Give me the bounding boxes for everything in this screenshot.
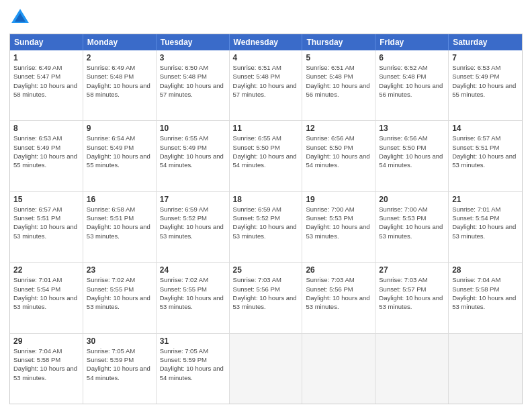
day-info: Sunrise: 7:01 AMSunset: 5:54 PMDaylight:… <box>452 205 519 240</box>
day-info: Sunrise: 6:57 AMSunset: 5:51 PMDaylight:… <box>452 134 519 169</box>
day-info: Sunrise: 6:56 AMSunset: 5:50 PMDaylight:… <box>379 134 445 169</box>
day-number: 20 <box>379 195 445 204</box>
day-number: 4 <box>233 53 299 62</box>
day-info: Sunrise: 6:55 AMSunset: 5:50 PMDaylight:… <box>233 134 299 169</box>
page: SundayMondayTuesdayWednesdayThursdayFrid… <box>0 0 532 411</box>
calendar-cell <box>302 334 375 404</box>
header-day: Friday <box>375 34 449 50</box>
day-number: 12 <box>306 124 371 133</box>
day-info: Sunrise: 7:02 AMSunset: 5:55 PMDaylight:… <box>87 275 152 311</box>
calendar-cell: 20Sunrise: 7:00 AMSunset: 5:53 PMDayligh… <box>375 192 449 262</box>
header-day: Saturday <box>449 34 522 50</box>
header-day: Thursday <box>302 34 375 50</box>
day-number: 1 <box>13 53 79 62</box>
day-number: 6 <box>379 53 445 62</box>
day-info: Sunrise: 6:57 AMSunset: 5:51 PMDaylight:… <box>13 205 79 240</box>
calendar-row: 8Sunrise: 6:53 AMSunset: 5:49 PMDaylight… <box>10 120 522 191</box>
calendar-cell: 26Sunrise: 7:03 AMSunset: 5:56 PMDayligh… <box>302 263 375 332</box>
day-info: Sunrise: 6:53 AMSunset: 5:49 PMDaylight:… <box>13 134 79 169</box>
day-info: Sunrise: 6:58 AMSunset: 5:51 PMDaylight:… <box>87 205 152 240</box>
calendar-cell: 30Sunrise: 7:05 AMSunset: 5:59 PMDayligh… <box>83 334 157 404</box>
calendar-cell: 1Sunrise: 6:49 AMSunset: 5:47 PMDaylight… <box>10 50 83 120</box>
day-info: Sunrise: 6:49 AMSunset: 5:47 PMDaylight:… <box>13 63 79 99</box>
calendar-cell: 2Sunrise: 6:49 AMSunset: 5:48 PMDaylight… <box>83 50 157 120</box>
day-info: Sunrise: 7:00 AMSunset: 5:53 PMDaylight:… <box>306 205 371 240</box>
logo <box>9 7 34 28</box>
day-number: 31 <box>160 336 226 346</box>
day-info: Sunrise: 6:52 AMSunset: 5:48 PMDaylight:… <box>379 63 445 99</box>
calendar-cell: 10Sunrise: 6:55 AMSunset: 5:49 PMDayligh… <box>157 121 230 191</box>
calendar-cell: 12Sunrise: 6:56 AMSunset: 5:50 PMDayligh… <box>302 121 375 191</box>
header <box>9 7 523 28</box>
day-info: Sunrise: 6:59 AMSunset: 5:52 PMDaylight:… <box>233 205 299 240</box>
day-number: 9 <box>87 124 152 133</box>
calendar-cell: 8Sunrise: 6:53 AMSunset: 5:49 PMDaylight… <box>10 121 83 191</box>
calendar-cell: 23Sunrise: 7:02 AMSunset: 5:55 PMDayligh… <box>83 263 157 332</box>
calendar-body: 1Sunrise: 6:49 AMSunset: 5:47 PMDaylight… <box>10 50 522 404</box>
calendar-cell: 29Sunrise: 7:04 AMSunset: 5:58 PMDayligh… <box>10 334 83 404</box>
day-info: Sunrise: 7:04 AMSunset: 5:58 PMDaylight:… <box>13 347 79 382</box>
calendar-cell: 4Sunrise: 6:51 AMSunset: 5:48 PMDaylight… <box>230 50 303 120</box>
day-info: Sunrise: 6:54 AMSunset: 5:49 PMDaylight:… <box>87 134 152 169</box>
day-number: 7 <box>452 53 519 62</box>
day-number: 29 <box>13 336 79 346</box>
day-number: 17 <box>160 195 226 204</box>
day-info: Sunrise: 6:59 AMSunset: 5:52 PMDaylight:… <box>160 205 226 240</box>
day-number: 5 <box>306 53 371 62</box>
calendar-cell <box>375 334 449 404</box>
calendar-row: 15Sunrise: 6:57 AMSunset: 5:51 PMDayligh… <box>10 191 522 262</box>
calendar-row: 29Sunrise: 7:04 AMSunset: 5:58 PMDayligh… <box>10 333 522 404</box>
day-info: Sunrise: 7:03 AMSunset: 5:57 PMDaylight:… <box>379 275 445 311</box>
calendar-cell: 22Sunrise: 7:01 AMSunset: 5:54 PMDayligh… <box>10 263 83 332</box>
header-day: Monday <box>83 34 157 50</box>
day-number: 16 <box>87 195 152 204</box>
day-number: 3 <box>160 53 226 62</box>
day-number: 30 <box>87 336 152 346</box>
day-number: 19 <box>306 195 371 204</box>
calendar-cell: 17Sunrise: 6:59 AMSunset: 5:52 PMDayligh… <box>157 192 230 262</box>
calendar-cell: 9Sunrise: 6:54 AMSunset: 5:49 PMDaylight… <box>83 121 157 191</box>
calendar-cell: 15Sunrise: 6:57 AMSunset: 5:51 PMDayligh… <box>10 192 83 262</box>
calendar-cell: 16Sunrise: 6:58 AMSunset: 5:51 PMDayligh… <box>83 192 157 262</box>
calendar-cell: 27Sunrise: 7:03 AMSunset: 5:57 PMDayligh… <box>375 263 449 332</box>
day-number: 28 <box>452 265 519 275</box>
day-number: 11 <box>233 124 299 133</box>
day-info: Sunrise: 6:55 AMSunset: 5:49 PMDaylight:… <box>160 134 226 169</box>
calendar-cell <box>230 334 303 404</box>
calendar-row: 22Sunrise: 7:01 AMSunset: 5:54 PMDayligh… <box>10 262 522 332</box>
day-number: 13 <box>379 124 445 133</box>
day-info: Sunrise: 6:49 AMSunset: 5:48 PMDaylight:… <box>87 63 152 99</box>
day-info: Sunrise: 7:05 AMSunset: 5:59 PMDaylight:… <box>87 347 152 382</box>
logo-icon <box>9 7 31 28</box>
calendar-cell: 21Sunrise: 7:01 AMSunset: 5:54 PMDayligh… <box>449 192 522 262</box>
day-number: 15 <box>13 195 79 204</box>
calendar: SundayMondayTuesdayWednesdayThursdayFrid… <box>9 34 523 404</box>
day-number: 14 <box>452 124 519 133</box>
day-number: 18 <box>233 195 299 204</box>
calendar-cell <box>449 334 522 404</box>
day-number: 22 <box>13 265 79 275</box>
day-info: Sunrise: 6:50 AMSunset: 5:48 PMDaylight:… <box>160 63 226 99</box>
calendar-cell: 13Sunrise: 6:56 AMSunset: 5:50 PMDayligh… <box>375 121 449 191</box>
day-number: 26 <box>306 265 371 275</box>
header-day: Tuesday <box>157 34 230 50</box>
calendar-header: SundayMondayTuesdayWednesdayThursdayFrid… <box>10 34 522 50</box>
day-info: Sunrise: 6:53 AMSunset: 5:49 PMDaylight:… <box>452 63 519 99</box>
day-number: 21 <box>452 195 519 204</box>
day-number: 10 <box>160 124 226 133</box>
calendar-cell: 28Sunrise: 7:04 AMSunset: 5:58 PMDayligh… <box>449 263 522 332</box>
calendar-cell: 7Sunrise: 6:53 AMSunset: 5:49 PMDaylight… <box>449 50 522 120</box>
day-info: Sunrise: 7:03 AMSunset: 5:56 PMDaylight:… <box>306 275 371 311</box>
day-info: Sunrise: 6:51 AMSunset: 5:48 PMDaylight:… <box>233 63 299 99</box>
day-info: Sunrise: 7:01 AMSunset: 5:54 PMDaylight:… <box>13 275 79 311</box>
calendar-cell: 19Sunrise: 7:00 AMSunset: 5:53 PMDayligh… <box>302 192 375 262</box>
day-info: Sunrise: 7:00 AMSunset: 5:53 PMDaylight:… <box>379 205 445 240</box>
day-number: 8 <box>13 124 79 133</box>
calendar-cell: 31Sunrise: 7:05 AMSunset: 5:59 PMDayligh… <box>157 334 230 404</box>
calendar-cell: 3Sunrise: 6:50 AMSunset: 5:48 PMDaylight… <box>157 50 230 120</box>
header-day: Wednesday <box>230 34 303 50</box>
day-info: Sunrise: 6:56 AMSunset: 5:50 PMDaylight:… <box>306 134 371 169</box>
calendar-cell: 24Sunrise: 7:02 AMSunset: 5:55 PMDayligh… <box>157 263 230 332</box>
day-info: Sunrise: 7:05 AMSunset: 5:59 PMDaylight:… <box>160 347 226 382</box>
calendar-cell: 11Sunrise: 6:55 AMSunset: 5:50 PMDayligh… <box>230 121 303 191</box>
